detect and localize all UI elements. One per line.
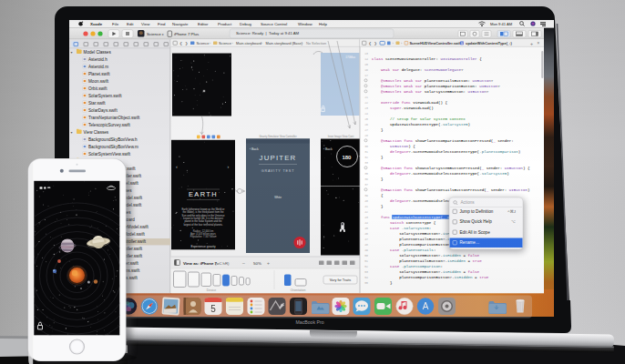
svg-text:MacBook Pro: MacBook Pro <box>295 319 323 325</box>
